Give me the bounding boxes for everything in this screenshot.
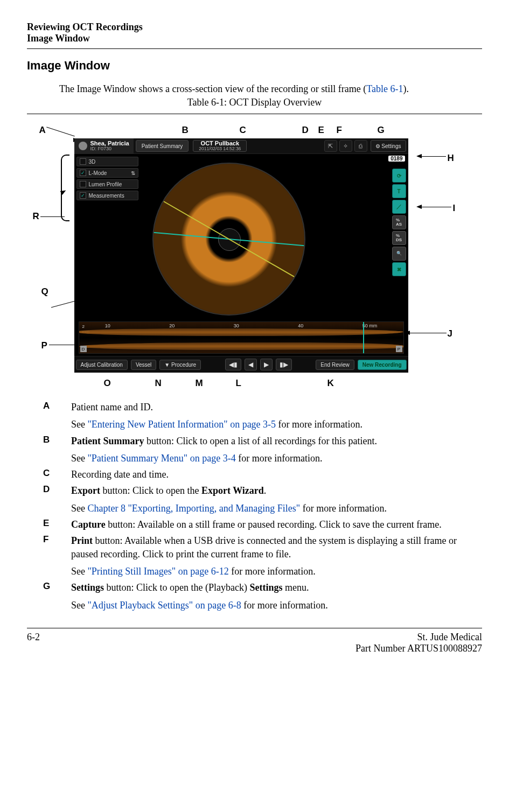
bottom-bar: Adjust Calibration Vessel ▼ Procedure ◀▮… [74,356,408,373]
option-meas-label: Measurements [89,193,124,199]
link-patient-summary-menu[interactable]: "Patient Summary Menu" on page 3-4 [88,453,236,464]
play-back-button[interactable]: ◀ [245,359,257,370]
new-recording-button[interactable]: New Recording [358,360,407,370]
tick-20: 20 [169,323,175,328]
running-header-section: Image Window [27,33,482,44]
def-body-E: Capture button: Available on a still fra… [65,518,482,531]
intro-paragraph: The Image Window shows a cross-section v… [59,83,482,95]
callout-H: H [448,153,454,164]
play-forward-button[interactable]: ▶ [260,359,273,370]
adjust-calibration-button[interactable]: Adjust Calibration [76,360,128,370]
tick-10: 10 [105,323,110,328]
def-G-main: Settings button: Click to open the (Play… [71,582,309,593]
lmode-dropdown-icon[interactable]: ⇅ [131,170,135,176]
callout-F: F [337,125,342,136]
def-letter-C: C [27,468,65,481]
cutline-yellow[interactable] [158,198,299,280]
tool-refresh-icon[interactable]: ⟳ [392,169,406,183]
checkbox-meas[interactable] [80,192,86,199]
def-E-bold: Capture [71,519,106,530]
def-C-main: Recording date and time. [71,469,169,480]
lmode-cursor[interactable] [363,322,364,353]
def-G-bold2: Settings [249,582,282,593]
arrow-I [422,207,451,207]
export-icon[interactable]: ⇱ [324,140,337,152]
def-F-main: Print button: Available when a USB drive… [71,535,457,559]
option-lumen-label: Lumen Profile [89,181,122,187]
def-D-main: Export button: Click to open the Export … [71,485,266,496]
option-lumen[interactable]: Lumen Profile [76,179,138,189]
proximal-marker[interactable]: P [396,346,402,352]
def-A-sub-pre: See [71,419,88,430]
def-D-bold1: Export [71,485,100,496]
header-rule [27,48,482,49]
checkbox-3d[interactable] [80,158,86,165]
def-letter-F: F [27,534,65,578]
footer-company: St. Jude Medical [355,632,482,643]
tool-as[interactable]: % AS [392,215,406,229]
def-F-bold: Print [71,535,93,546]
def-D-post: . [264,485,267,496]
def-B-sub-post: for more information. [236,453,323,464]
def-G: G Settings button: Click to open the (Pl… [27,581,482,612]
oct-cross-section[interactable] [152,163,305,316]
brace-R [61,155,69,221]
checkbox-lmode[interactable] [80,170,86,176]
vessel-button[interactable]: Vessel [131,360,156,370]
def-body-B: Patient Summary button: Click to open a … [65,435,482,465]
callout-L: L [236,378,241,389]
patient-block[interactable]: Shea, Patricia ID: F0730 [74,138,134,153]
callout-I: I [453,203,456,214]
tick-40: 40 [298,323,303,328]
link-entering-patient-info[interactable]: "Entering New Patient Information" on pa… [88,419,276,430]
page-number: 6-2 [27,632,40,654]
capture-icon[interactable]: ✧ [339,140,352,152]
def-D-sub: See Chapter 8 "Exporting, Importing, and… [71,502,482,515]
checkbox-lumen[interactable] [80,181,86,187]
link-printing-still-images[interactable]: "Printing Still Images" on page 6-12 [88,566,229,577]
callout-definitions: A Patient name and ID. See "Entering New… [27,401,482,612]
patient-id: ID: F0730 [90,146,129,152]
settings-button[interactable]: ⚙ Settings [371,140,406,152]
step-back-button[interactable]: ◀▮ [225,359,241,370]
def-G-sub-pre: See [71,600,88,611]
option-lmode[interactable]: L-Mode⇅ [76,168,138,178]
tool-zoom-icon[interactable]: 🔍 [392,247,406,261]
def-A-main: Patient name and ID. [71,402,153,412]
procedure-dropdown[interactable]: ▼ Procedure [159,360,201,370]
def-F-post: button: Available when a USB drive is co… [71,535,457,559]
def-E-main: Capture button: Available on a still fra… [71,519,442,530]
option-3d[interactable]: 3D [76,157,138,166]
def-F-sub-pre: See [71,566,88,577]
tool-reset-icon[interactable]: ✖ [392,262,406,276]
table-caption: Table 6-1: OCT Display Overview [27,97,482,108]
option-measurements[interactable]: Measurements [76,191,138,200]
def-F: F Print button: Available when a USB dri… [27,534,482,578]
page-footer: 6-2 St. Jude Medical Part Number ARTUS10… [27,632,482,654]
distal-marker[interactable]: D [80,346,87,352]
arrowhead-I [416,205,422,209]
table-ref-link[interactable]: Table 6-1 [366,83,403,94]
lmode-wave-top [79,328,403,336]
def-C: C Recording date and time. [27,468,482,481]
def-letter-A: A [27,401,65,431]
link-adjust-playback-settings[interactable]: "Adjust Playback Settings" on page 6-8 [88,600,241,611]
step-forward-button[interactable]: ▮▶ [276,359,292,370]
topbar: Shea, Patricia ID: F0730 Patient Summary… [74,138,408,154]
patient-summary-button[interactable]: Patient Summary [136,140,189,152]
def-A-sub: See "Entering New Patient Information" o… [71,418,482,431]
callout-G: G [378,125,385,136]
lmode-strip[interactable]: 10 20 30 40 50 mm 2 mm 2 D P [79,321,404,354]
arrow-H [422,156,446,157]
tool-text-icon[interactable]: T [392,184,406,198]
tool-line-icon[interactable]: ／ [392,200,406,214]
running-header-chapter: Reviewing OCT Recordings [27,22,482,33]
print-icon[interactable]: ⎙ [354,140,367,152]
tool-ds[interactable]: % DS [392,231,406,245]
def-letter-E: E [27,518,65,531]
end-review-button[interactable]: End Review [316,360,354,370]
callout-P: P [41,340,47,351]
arrow-A [46,127,75,137]
oct-screenshot: Shea, Patricia ID: F0730 Patient Summary… [74,138,408,373]
link-chapter-8[interactable]: Chapter 8 "Exporting, Importing, and Man… [88,503,301,514]
